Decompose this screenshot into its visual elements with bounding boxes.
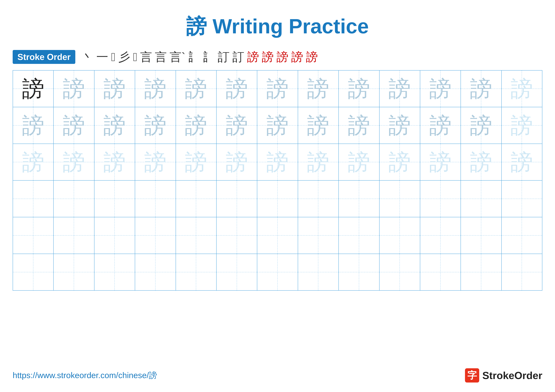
footer-url: https://www.strokeorder.com/chinese/謗	[13, 370, 157, 381]
cell-1-8: 謗	[298, 71, 339, 107]
cell-4-5	[176, 181, 217, 217]
cell-3-6: 謗	[217, 144, 257, 180]
cell-2-10: 謗	[380, 107, 420, 143]
char-medium: 謗	[185, 78, 207, 100]
char-medium: 謗	[348, 114, 370, 136]
stroke-17: 謗	[306, 51, 318, 63]
page-title: 謗 Writing Practice	[0, 0, 555, 47]
char-medium: 謗	[144, 114, 167, 136]
cell-6-7	[257, 254, 298, 290]
char-light: 謗	[144, 151, 167, 173]
cell-4-8	[298, 181, 339, 217]
char-light: 謗	[307, 151, 329, 173]
cell-2-4: 謗	[135, 107, 176, 143]
stroke-5: 𠄌	[133, 51, 137, 63]
cell-1-2: 謗	[54, 71, 94, 107]
cell-1-4: 謗	[135, 71, 176, 107]
practice-grid: 謗 謗 謗 謗 謗 謗 謗 謗 謗 謗 謗 謗 謗 謗 謗 謗 謗 謗 謗 謗 …	[13, 70, 542, 291]
grid-row-3: 謗 謗 謗 謗 謗 謗 謗 謗 謗 謗 謗 謗 謗	[13, 144, 542, 181]
cell-1-7: 謗	[257, 71, 298, 107]
cell-5-1	[13, 217, 54, 254]
cell-3-1: 謗	[13, 144, 54, 180]
cell-5-2	[54, 217, 94, 254]
cell-6-12	[461, 254, 502, 290]
cell-2-1: 謗	[13, 107, 54, 143]
cell-3-10: 謗	[380, 144, 420, 180]
cell-2-7: 謗	[257, 107, 298, 143]
char-medium: 謗	[103, 78, 126, 100]
cell-2-11: 謗	[420, 107, 461, 143]
stroke-13: 謗	[247, 51, 259, 63]
stroke-sequence: 丶 一 𠃊 彡 𠄌 言 言 言` 訁 訁 訂 訂 謗 謗 謗 謗 謗	[82, 51, 318, 63]
cell-4-6	[217, 181, 257, 217]
cell-6-5	[176, 254, 217, 290]
stroke-order-badge: Stroke Order	[13, 50, 75, 64]
stroke-12: 訂	[232, 51, 244, 63]
stroke-3: 𠃊	[111, 51, 115, 63]
char-medium: 謗	[226, 114, 248, 136]
cell-1-3: 謗	[95, 71, 135, 107]
char-medium: 謗	[307, 78, 329, 100]
footer: https://www.strokeorder.com/chinese/謗 字 …	[13, 368, 542, 383]
char-medium: 謗	[63, 114, 85, 136]
char-medium: 謗	[470, 78, 492, 100]
cell-2-9: 謗	[339, 107, 380, 143]
cell-1-13: 謗	[502, 71, 542, 107]
cell-3-13: 謗	[502, 144, 542, 180]
cell-2-3: 謗	[95, 107, 135, 143]
cell-1-11: 謗	[420, 71, 461, 107]
stroke-2: 一	[96, 51, 108, 63]
char-medium: 謗	[388, 78, 411, 100]
cell-2-12: 謗	[461, 107, 502, 143]
char-medium: 謗	[144, 78, 167, 100]
char-light: 謗	[429, 151, 452, 173]
char-light: 謗	[388, 151, 411, 173]
cell-2-8: 謗	[298, 107, 339, 143]
cell-5-3	[95, 217, 135, 254]
cell-5-13	[502, 217, 542, 254]
cell-1-12: 謗	[461, 71, 502, 107]
char-light: 謗	[226, 151, 248, 173]
char-light: 謗	[103, 151, 126, 173]
cell-6-9	[339, 254, 380, 290]
char-medium: 謗	[429, 78, 452, 100]
stroke-1: 丶	[82, 51, 94, 63]
char-medium: 謗	[470, 114, 492, 136]
char-medium: 謗	[307, 114, 329, 136]
title-text: 謗 Writing Practice	[186, 15, 369, 38]
cell-4-1	[13, 181, 54, 217]
char-medium: 謗	[266, 78, 289, 100]
cell-5-9	[339, 217, 380, 254]
stroke-11: 訂	[218, 51, 230, 63]
char-light: 謗	[266, 151, 289, 173]
grid-row-1: 謗 謗 謗 謗 謗 謗 謗 謗 謗 謗 謗 謗 謗	[13, 71, 542, 107]
stroke-6: 言	[140, 51, 152, 63]
cell-3-2: 謗	[54, 144, 94, 180]
char-light: 謗	[22, 151, 44, 173]
cell-3-4: 謗	[135, 144, 176, 180]
cell-1-5: 謗	[176, 71, 217, 107]
stroke-10: 訁	[203, 51, 215, 63]
cell-3-8: 謗	[298, 144, 339, 180]
cell-6-10	[380, 254, 420, 290]
cell-3-12: 謗	[461, 144, 502, 180]
char-medium: 謗	[103, 114, 126, 136]
cell-3-5: 謗	[176, 144, 217, 180]
cell-2-2: 謗	[54, 107, 94, 143]
cell-2-6: 謗	[217, 107, 257, 143]
cell-1-9: 謗	[339, 71, 380, 107]
cell-5-8	[298, 217, 339, 254]
cell-6-11	[420, 254, 461, 290]
char-medium: 謗	[348, 78, 370, 100]
char-medium: 謗	[226, 78, 248, 100]
cell-6-3	[95, 254, 135, 290]
cell-6-13	[502, 254, 542, 290]
cell-3-7: 謗	[257, 144, 298, 180]
practice-grid-container: 謗 謗 謗 謗 謗 謗 謗 謗 謗 謗 謗 謗 謗 謗 謗 謗 謗 謗 謗 謗 …	[0, 70, 555, 291]
char-dark: 謗	[22, 78, 44, 100]
grid-row-5	[13, 217, 542, 254]
char-medium: 謗	[266, 114, 289, 136]
cell-4-7	[257, 181, 298, 217]
char-light: 謗	[63, 151, 85, 173]
cell-2-13: 謗	[502, 107, 542, 143]
